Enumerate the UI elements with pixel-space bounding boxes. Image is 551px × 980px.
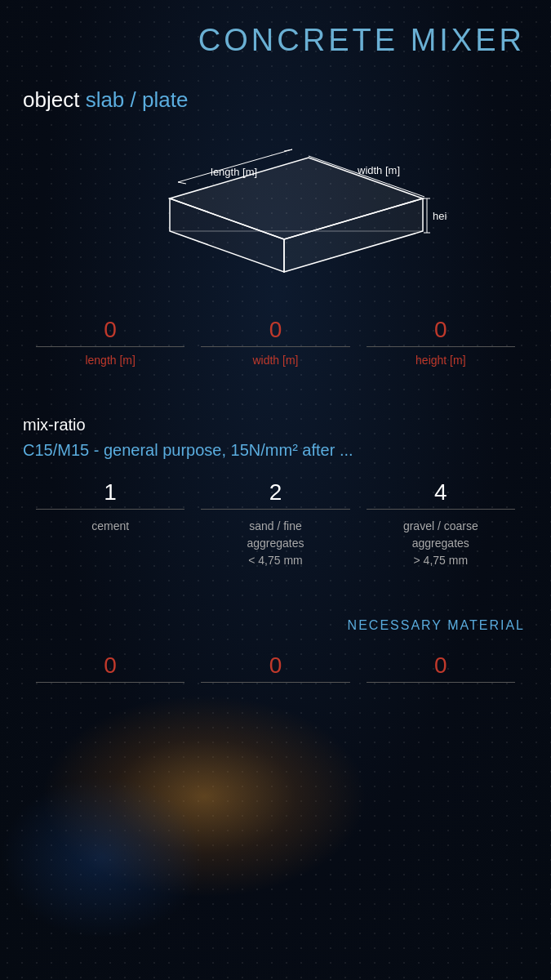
object-label: object slab / plate [23, 87, 188, 112]
result-value-0: 0 [36, 653, 184, 683]
result-group-2: 0 [367, 653, 515, 683]
result-group-0: 0 [36, 653, 184, 683]
length-label: length [m] [85, 354, 135, 367]
height-value[interactable]: 0 [367, 317, 515, 347]
diagram-section: length [m] width [m] height [m] [20, 129, 531, 292]
object-type: slab / plate [86, 87, 189, 112]
svg-text:height [m]: height [m] [433, 210, 447, 222]
cement-label: cement [91, 518, 129, 535]
height-label: height [m] [415, 354, 465, 367]
mix-title: mix-ratio [23, 416, 531, 434]
mix-col-cement: 1 cement [36, 479, 184, 569]
result-group-1: 0 [201, 653, 349, 683]
title-section: CONCRETE MIXER [20, 0, 531, 58]
necessary-section: NECESSARY MATERIAL [20, 618, 531, 633]
svg-line-5 [178, 182, 186, 184]
mix-col-sand: 2 sand / fineaggregates< 4,75 mm [201, 479, 349, 569]
mix-table: 1 cement 2 sand / fineaggregates< 4,75 m… [20, 479, 531, 569]
app-title: CONCRETE MIXER [198, 23, 525, 57]
inputs-section: 0 length [m] 0 width [m] 0 height [m] [20, 317, 531, 367]
result-value-1: 0 [201, 653, 349, 683]
cement-number: 1 [36, 479, 184, 510]
results-section: 0 0 0 [20, 653, 531, 683]
sand-number: 2 [201, 479, 349, 510]
sand-label: sand / fineaggregates< 4,75 mm [247, 518, 304, 569]
mix-col-gravel: 4 gravel / coarseaggregates> 4,75 mm [367, 479, 515, 569]
width-label: width [m] [252, 354, 298, 367]
svg-text:length [m]: length [m] [211, 166, 257, 178]
width-value[interactable]: 0 [201, 317, 349, 347]
width-group: 0 width [m] [201, 317, 349, 367]
length-group: 0 length [m] [36, 317, 184, 367]
object-prefix: object [23, 87, 79, 112]
mix-section: mix-ratio C15/M15 - general purpose, 15N… [23, 416, 531, 460]
slab-diagram: length [m] width [m] height [m] [104, 133, 447, 288]
svg-text:width [m]: width [m] [357, 164, 400, 176]
gravel-number: 4 [367, 479, 515, 510]
length-value[interactable]: 0 [36, 317, 184, 347]
gravel-label: gravel / coarseaggregates> 4,75 mm [403, 518, 478, 569]
object-section: object slab / plate [23, 87, 531, 113]
mix-description: C15/M15 - general purpose, 15N/mm² after… [23, 441, 531, 460]
result-value-2: 0 [367, 653, 515, 683]
necessary-title: NECESSARY MATERIAL [348, 618, 525, 632]
height-group: 0 height [m] [367, 317, 515, 367]
